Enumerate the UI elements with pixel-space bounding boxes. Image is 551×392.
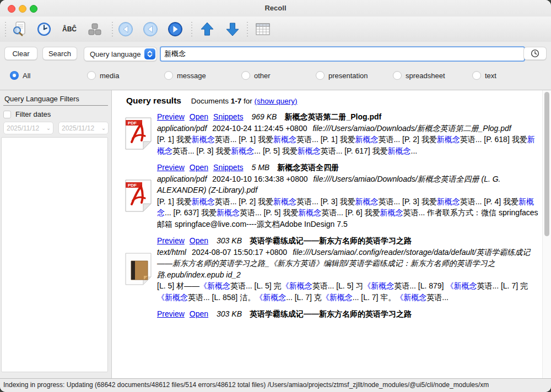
toolbar-handle bbox=[5, 21, 6, 37]
file-size: 303 KB bbox=[217, 309, 242, 318]
previous-page-button[interactable] bbox=[141, 20, 160, 39]
recoll-window: Recoll ÂBĈ bbox=[0, 0, 551, 392]
result-item: PDF PreviewOpenSnippets5 MB新概念英语全四册 appl… bbox=[121, 162, 543, 230]
arrow-up-icon bbox=[199, 21, 215, 37]
table-view-icon bbox=[255, 22, 271, 36]
open-link[interactable]: Open bbox=[190, 112, 208, 121]
search-row: Clear Search Query language bbox=[0, 42, 551, 64]
query-mode-value: Query language bbox=[84, 50, 144, 58]
filter-other-radio[interactable]: other bbox=[241, 71, 271, 80]
results-range: 1-7 bbox=[231, 97, 242, 105]
filter-all-radio[interactable]: All bbox=[10, 71, 30, 80]
radio-selected-icon bbox=[10, 71, 19, 80]
filter-dates-checkbox[interactable]: Filter dates bbox=[3, 110, 111, 118]
preview-link[interactable]: Preview bbox=[157, 236, 185, 245]
filter-text-radio[interactable]: text bbox=[472, 71, 496, 80]
toolbar-separator bbox=[191, 21, 192, 37]
toolbar-separator bbox=[112, 21, 113, 37]
result-meta: application/pdf2024-10-10 16:34:38 +0800… bbox=[157, 173, 539, 196]
result-title-line: PreviewOpen303 KB英语学霸练成记——新东方名师的英语学习之路 bbox=[157, 235, 539, 247]
date-to-select[interactable]: 2025/11/12 ⌄ bbox=[58, 122, 109, 134]
previous-result-button[interactable] bbox=[198, 20, 217, 39]
snippets-link[interactable]: Snippets bbox=[213, 163, 243, 172]
next-page-button[interactable] bbox=[166, 20, 185, 39]
results-scrollbar[interactable] bbox=[542, 90, 551, 379]
next-result-button[interactable] bbox=[223, 20, 242, 39]
filter-message-radio[interactable]: message bbox=[164, 71, 206, 80]
toolbar-separator bbox=[247, 21, 248, 37]
svg-text:PDF: PDF bbox=[128, 121, 137, 126]
mimetype: application/pdf bbox=[157, 124, 207, 133]
open-link[interactable]: Open bbox=[190, 309, 208, 318]
clear-button[interactable]: Clear bbox=[4, 47, 37, 60]
directory-tree[interactable] bbox=[1, 137, 108, 372]
result-item: PreviewOpen303 KB英语学霸练成记——新东方名师的英语学习之路 bbox=[121, 308, 543, 320]
result-meta: text/html2024-08-07 15:50:17 +0800file:/… bbox=[157, 247, 539, 281]
updown-chevron-icon bbox=[144, 48, 155, 59]
term-explorer-button[interactable]: ÂBĈ bbox=[60, 20, 79, 39]
pdf-file-icon: PDF bbox=[121, 117, 157, 151]
open-link[interactable]: Open bbox=[190, 236, 208, 245]
checkbox-icon bbox=[3, 111, 11, 118]
clock-icon bbox=[36, 21, 52, 37]
result-title-line: PreviewOpenSnippets5 MB新概念英语全四册 bbox=[157, 162, 539, 173]
sort-by-dates-button[interactable] bbox=[35, 20, 53, 39]
file-size: 969 KB bbox=[252, 112, 277, 121]
preview-link[interactable]: Preview bbox=[157, 309, 185, 318]
sidebar-title: Query Language Filters bbox=[0, 90, 111, 103]
result-snippet: [L. 5] 材——《新概念英语... [L. 5] 完《新概念英语... [L… bbox=[157, 280, 539, 303]
preview-link[interactable]: Preview bbox=[157, 163, 185, 172]
query-mode-select[interactable]: Query language bbox=[84, 47, 157, 61]
first-page-button[interactable] bbox=[116, 20, 135, 39]
window-title: Recoll bbox=[0, 0, 551, 17]
title-bar: Recoll bbox=[0, 0, 551, 17]
results-title: Query results bbox=[126, 96, 181, 105]
file-size: 303 KB bbox=[217, 236, 242, 245]
date-from-select[interactable]: 2025/11/12 ⌄ bbox=[3, 122, 53, 134]
category-filter-row: All media message other presentation spr… bbox=[0, 64, 551, 90]
toolbar: ÂBĈ bbox=[0, 17, 551, 42]
epub-file-icon bbox=[121, 252, 157, 286]
open-link[interactable]: Open bbox=[190, 163, 208, 172]
filter-spreadsheet-radio[interactable]: spreadsheet bbox=[393, 71, 445, 80]
arrow-down-icon bbox=[224, 21, 241, 37]
filter-presentation-radio[interactable]: presentation bbox=[316, 71, 368, 80]
status-bar: Indexing in progress: Updating (68642 do… bbox=[0, 378, 551, 392]
filters-sidebar: Query Language Filters Filter dates 2025… bbox=[0, 90, 112, 379]
snippets-link[interactable]: Snippets bbox=[213, 112, 243, 121]
radio-icon bbox=[164, 71, 173, 80]
preview-link[interactable]: Preview bbox=[157, 112, 185, 121]
result-item: PDF PreviewOpenSnippets969 KB新概念英语第二册_Pl… bbox=[121, 111, 543, 156]
file-date: 2024-10-10 16:34:38 +0800 bbox=[212, 175, 307, 183]
document-title: 英语学霸练成记——新东方名师的英语学习之路 bbox=[250, 309, 412, 318]
clock-history-icon bbox=[531, 49, 539, 58]
advanced-search-icon bbox=[11, 21, 28, 37]
previous-page-icon bbox=[142, 21, 159, 37]
sort-parameters-button[interactable] bbox=[85, 20, 104, 39]
file-url: file:///Users/amiao/Downloads/新概念英语全四册 (… bbox=[157, 175, 501, 195]
svg-text:PDF: PDF bbox=[128, 183, 137, 188]
filter-media-radio[interactable]: media bbox=[87, 71, 119, 80]
first-page-icon bbox=[117, 21, 134, 37]
search-button[interactable]: Search bbox=[42, 47, 77, 60]
file-date: 2024-08-07 15:50:17 +0800 bbox=[192, 248, 287, 257]
radio-icon bbox=[241, 71, 250, 80]
chevron-down-icon: ⌄ bbox=[44, 125, 53, 131]
advanced-search-button[interactable] bbox=[10, 20, 29, 39]
next-page-icon bbox=[167, 21, 183, 37]
result-title-line: PreviewOpenSnippets969 KB新概念英语第二册_Plog.p… bbox=[157, 111, 539, 123]
main-body: Query Language Filters Filter dates 2025… bbox=[0, 90, 551, 379]
search-input[interactable] bbox=[160, 46, 525, 62]
show-query-link[interactable]: (show query) bbox=[255, 97, 298, 105]
table-view-button[interactable] bbox=[253, 20, 272, 39]
result-item: PreviewOpen303 KB英语学霸练成记——新东方名师的英语学习之路 t… bbox=[121, 235, 543, 303]
file-date: 2024-10-24 11:24:45 +0800 bbox=[212, 124, 307, 133]
search-history-button[interactable] bbox=[523, 47, 547, 60]
chevron-down-icon: ⌄ bbox=[99, 125, 108, 131]
document-title: 新概念英语第二册_Plog.pdf bbox=[284, 112, 381, 121]
pdf-file-icon: PDF bbox=[121, 179, 157, 213]
file-url: file:///Users/amiao/Downloads/新概念英语第二册_P… bbox=[312, 124, 511, 133]
document-title: 英语学霸练成记——新东方名师的英语学习之路 bbox=[250, 236, 412, 245]
scrollbar-thumb[interactable] bbox=[544, 92, 549, 236]
result-title-line: PreviewOpen303 KB英语学霸练成记——新东方名师的英语学习之路 bbox=[157, 308, 539, 320]
